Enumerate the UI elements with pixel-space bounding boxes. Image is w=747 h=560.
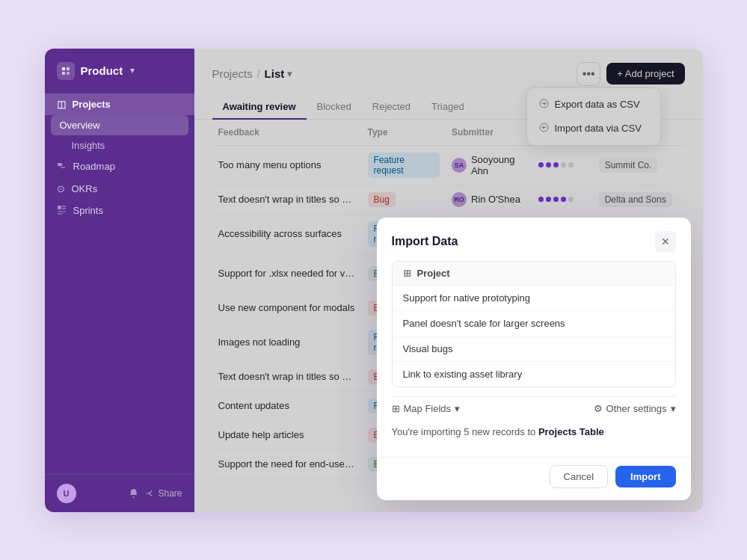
other-settings-label: Other settings [606, 403, 667, 414]
sidebar-item-sprints[interactable]: Sprints [45, 200, 194, 222]
product-name: Product [81, 64, 123, 77]
sidebar-item-roadmap[interactable]: Roadmap [45, 156, 194, 178]
share-label: Share [158, 488, 182, 499]
sprints-icon [57, 205, 67, 217]
sidebar-item-okrs[interactable]: ⊙ OKRs [45, 178, 194, 200]
map-fields-icon: ⊞ [392, 403, 400, 414]
modal-map-fields: ⊞ Map Fields ▾ ⚙ Other settings ▾ [392, 396, 676, 422]
import-row-2: Visual bugs [393, 336, 675, 362]
import-table-header: ⊞ Project [393, 262, 675, 286]
map-fields-button[interactable]: ⊞ Map Fields ▾ [392, 403, 461, 414]
import-row-0: Support for native prototyping [393, 286, 675, 311]
sidebar-footer: U Share [45, 474, 194, 512]
sidebar-item-label-sprints: Sprints [73, 205, 103, 216]
sidebar-item-label-roadmap: Roadmap [73, 161, 115, 172]
modal-body: ⊞ Project Support for native prototyping… [377, 261, 691, 457]
import-row-1: Panel doesn't scale for larger screens [393, 311, 675, 336]
import-table-area: ⊞ Project Support for native prototyping… [392, 261, 676, 387]
svg-rect-2 [62, 72, 65, 75]
svg-rect-3 [67, 72, 70, 75]
map-fields-chevron: ▾ [455, 403, 460, 414]
roadmap-icon [57, 161, 67, 173]
sidebar-sub-label-overview: Overview [60, 120, 100, 131]
import-table-icon: ⊞ [403, 268, 411, 279]
svg-rect-8 [58, 213, 63, 215]
svg-rect-6 [62, 208, 66, 209]
svg-rect-0 [62, 67, 65, 70]
projects-icon: ◫ [57, 99, 66, 110]
bell-link[interactable] [129, 488, 138, 499]
user-avatar[interactable]: U [57, 484, 76, 503]
cancel-button[interactable]: Cancel [550, 465, 608, 488]
modal-info: You're importing 5 new records to Projec… [392, 422, 676, 448]
svg-rect-1 [67, 67, 70, 70]
import-row-3: Link to existing asset library [393, 362, 675, 387]
other-settings-button[interactable]: ⚙ Other settings ▾ [594, 403, 676, 414]
svg-rect-4 [58, 206, 61, 209]
sidebar-sub-label-insights: Insights [72, 140, 105, 151]
app-container: Product ▾ ◫ Projects Overview Insights R… [45, 49, 703, 512]
product-chevron: ▾ [130, 66, 135, 76]
share-link[interactable]: Share [146, 488, 182, 499]
modal-close-button[interactable]: ✕ [655, 231, 676, 252]
map-fields-label: Map Fields [404, 403, 452, 414]
product-logo [57, 62, 75, 80]
main-content: Projects / List ▾ ••• + Add project Expo… [194, 49, 703, 512]
sidebar-nav: ◫ Projects Overview Insights Roadmap ⊙ O… [45, 90, 194, 474]
sidebar-item-projects[interactable]: ◫ Projects [45, 93, 194, 115]
modal-header: Import Data ✕ [377, 218, 691, 261]
sidebar: Product ▾ ◫ Projects Overview Insights R… [45, 49, 194, 512]
sidebar-sub-item-overview[interactable]: Overview [51, 115, 188, 135]
import-table-name: Projects Table [538, 426, 604, 437]
sidebar-item-label-projects: Projects [73, 99, 111, 110]
modal-footer: Cancel Import [377, 457, 691, 500]
sidebar-sub-item-insights[interactable]: Insights [45, 135, 194, 156]
other-settings-chevron: ▾ [671, 403, 676, 414]
modal-overlay: Import Data ✕ ⊞ Project Support for nati… [194, 49, 703, 512]
sidebar-header[interactable]: Product ▾ [45, 49, 194, 90]
svg-point-9 [133, 496, 135, 498]
modal-title: Import Data [392, 235, 458, 248]
sidebar-item-label-okrs: OKRs [72, 183, 98, 194]
footer-links: Share [129, 488, 182, 499]
import-button[interactable]: Import [615, 466, 675, 487]
svg-rect-7 [58, 211, 66, 212]
okrs-icon: ⊙ [57, 183, 65, 194]
import-table-header-label: Project [417, 268, 450, 279]
import-modal: Import Data ✕ ⊞ Project Support for nati… [377, 218, 691, 500]
svg-rect-5 [62, 206, 66, 207]
other-settings-icon: ⚙ [594, 403, 603, 414]
